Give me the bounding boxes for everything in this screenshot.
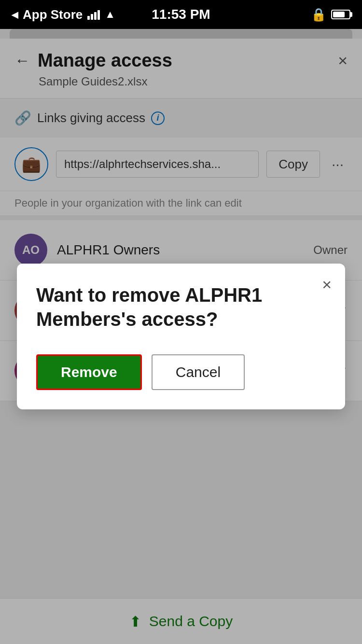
status-right: 🔒 (311, 7, 350, 22)
status-left: ◂ App Store ▲ (12, 7, 115, 22)
dialog-overlay: × Want to remove ALPHR1 Members's access… (0, 29, 362, 644)
main-content: ← Manage access × Sample Guides2.xlsx 🔗 … (0, 29, 362, 644)
back-indicator: ◂ (12, 7, 18, 22)
signal-bars (87, 9, 100, 20)
cancel-button[interactable]: Cancel (152, 354, 245, 390)
wifi-icon: ▲ (105, 8, 115, 21)
lock-icon: 🔒 (311, 7, 326, 22)
battery-icon (331, 10, 350, 19)
status-time: 11:53 PM (152, 7, 210, 22)
remove-button[interactable]: Remove (36, 354, 142, 390)
carrier-label: App Store (23, 7, 83, 22)
dialog: × Want to remove ALPHR1 Members's access… (17, 264, 345, 409)
status-bar: ◂ App Store ▲ 11:53 PM 🔒 (0, 0, 362, 29)
dialog-buttons: Remove Cancel (36, 354, 326, 390)
dialog-title: Want to remove ALPHR1 Members's access? (36, 283, 326, 331)
dialog-close-button[interactable]: × (322, 275, 332, 294)
